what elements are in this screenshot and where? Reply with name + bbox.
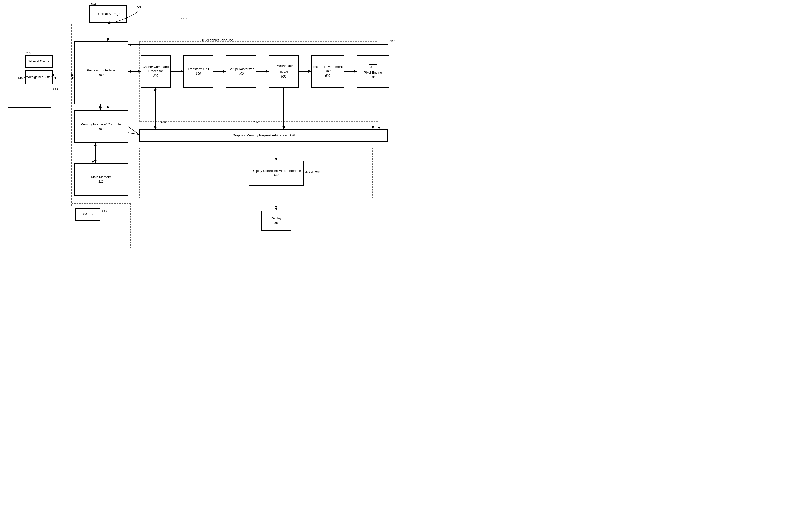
ref-702: 702 xyxy=(389,39,395,43)
transform-unit-id: 300 xyxy=(196,72,201,76)
cache-command-box: Cache/ Command Processor 200 xyxy=(141,55,171,88)
efb-pixel-label: Pixel Engine xyxy=(364,71,382,75)
texture-env-box: Texture Environment Unit 600 xyxy=(311,55,344,88)
svg-marker-23 xyxy=(107,105,109,108)
tmem-label: TMEM xyxy=(280,70,288,73)
transform-unit-label: Transform Unit xyxy=(187,67,209,72)
external-storage-id: 134 xyxy=(90,2,96,6)
svg-marker-45 xyxy=(71,74,74,76)
processor-interface-box: Processor Interface 150 xyxy=(74,41,128,104)
ref-114: 114 xyxy=(181,17,186,21)
graphics-memory-box: Graphics Memory Request Arbitration 130 xyxy=(139,129,388,142)
svg-marker-51 xyxy=(223,70,226,73)
display-label: Display xyxy=(271,216,282,221)
ref-111: 111 xyxy=(53,87,58,91)
svg-marker-40 xyxy=(155,88,157,90)
svg-marker-63 xyxy=(372,126,374,129)
svg-marker-57 xyxy=(354,70,357,73)
texture-unit-label: Texture Unit xyxy=(275,64,292,69)
svg-marker-49 xyxy=(128,70,131,73)
graphics-memory-label: Graphics Memory Request Arbitration xyxy=(233,133,287,138)
display-controller-id: 164 xyxy=(274,174,279,177)
svg-marker-68 xyxy=(154,88,157,91)
processor-interface-label: Processor Interface xyxy=(87,69,115,73)
digital-rgb-label: digital RGB xyxy=(305,171,321,174)
tmem-box: TMEM xyxy=(278,69,289,74)
svg-marker-59 xyxy=(107,38,109,41)
efb-inner-box: eFB xyxy=(369,64,377,70)
svg-marker-6 xyxy=(54,76,56,79)
svg-marker-55 xyxy=(308,70,311,73)
svg-marker-65 xyxy=(283,126,285,129)
display-id: 56 xyxy=(274,221,278,225)
efb-label: eFB xyxy=(370,65,375,69)
texture-env-label: Texture Environment Unit xyxy=(312,65,344,74)
cache-2level-label: 2-Level Cache xyxy=(29,59,50,64)
memory-interface-box: Memory Interface/ Controller 152 xyxy=(74,110,128,143)
processor-interface-id: 150 xyxy=(98,73,104,77)
svg-marker-33 xyxy=(378,127,380,129)
svg-marker-73 xyxy=(137,132,139,135)
main-memory-label: Main Memory xyxy=(91,175,111,179)
svg-marker-9 xyxy=(128,70,131,73)
setup-rasterizer-box: Setup/ Rasterizer 400 xyxy=(226,55,256,88)
ref-180: 180 xyxy=(161,120,166,124)
svg-marker-8 xyxy=(138,70,141,73)
main-memory-id: 112 xyxy=(98,180,104,184)
cache-command-label: Cache/ Command Processor xyxy=(141,65,170,74)
display-controller-label: Display Controller/ Video Interface xyxy=(251,169,301,173)
svg-marker-70 xyxy=(99,107,102,110)
main-memory-box: Main Memory 112 xyxy=(74,163,128,196)
svg-marker-42 xyxy=(283,127,285,129)
ref-113: 113 xyxy=(102,209,107,213)
svg-marker-19 xyxy=(354,70,357,73)
svg-marker-35 xyxy=(275,206,277,208)
svg-marker-13 xyxy=(223,70,226,73)
pipeline-3d-label: 3D graphics Pipeline xyxy=(201,38,233,42)
ext-fb-box: ext. FB xyxy=(75,208,101,221)
external-storage-label: External Storage xyxy=(96,12,120,16)
svg-marker-67 xyxy=(154,126,157,129)
ref-502: 502 xyxy=(254,120,259,124)
svg-marker-39 xyxy=(155,127,157,129)
svg-marker-53 xyxy=(266,70,269,73)
efb-pixel-id: 700 xyxy=(370,76,375,79)
ref-115: 115 xyxy=(25,52,31,55)
setup-rasterizer-label: Setup/ Rasterizer xyxy=(229,67,254,72)
graphics-memory-id: 130 xyxy=(290,133,295,138)
cache-2level-box: 2-Level Cache xyxy=(25,55,53,68)
efb-pixel-box: eFB Pixel Engine 700 xyxy=(357,55,389,88)
svg-marker-48 xyxy=(138,70,141,73)
svg-marker-15 xyxy=(266,70,269,73)
svg-marker-61 xyxy=(128,43,131,46)
memory-interface-id: 152 xyxy=(98,127,104,131)
ext-fb-label: ext. FB xyxy=(83,212,93,216)
write-gather-box: Write-gather Buffer xyxy=(25,70,53,84)
svg-marker-71 xyxy=(99,104,102,107)
texture-env-id: 600 xyxy=(325,74,330,78)
diagram: External Storage 134 50 114 Processor In… xyxy=(0,0,398,266)
display-box: Display 56 xyxy=(261,211,291,231)
svg-marker-28 xyxy=(92,160,94,163)
external-storage-box: External Storage xyxy=(89,5,127,23)
svg-marker-17 xyxy=(309,70,311,73)
write-gather-label: Write-gather Buffer xyxy=(26,75,52,79)
cache-command-id: 200 xyxy=(153,74,158,78)
transform-unit-box: Transform Unit 300 xyxy=(183,55,214,88)
svg-marker-3 xyxy=(107,39,109,41)
setup-rasterizer-id: 400 xyxy=(238,72,243,76)
display-controller-box: Display Controller/ Video Interface 164 xyxy=(249,160,304,186)
svg-marker-80 xyxy=(275,208,277,211)
svg-marker-76 xyxy=(94,143,97,146)
svg-marker-5 xyxy=(72,76,74,79)
ref-50: 50 xyxy=(137,5,141,9)
texture-unit-box: Texture Unit TMEM 500 xyxy=(269,55,299,88)
memory-interface-label: Memory Interface/ Controller xyxy=(80,122,122,127)
svg-marker-75 xyxy=(94,160,97,163)
texture-unit-id: 500 xyxy=(281,75,286,79)
svg-line-72 xyxy=(128,127,139,135)
svg-marker-11 xyxy=(181,70,183,73)
